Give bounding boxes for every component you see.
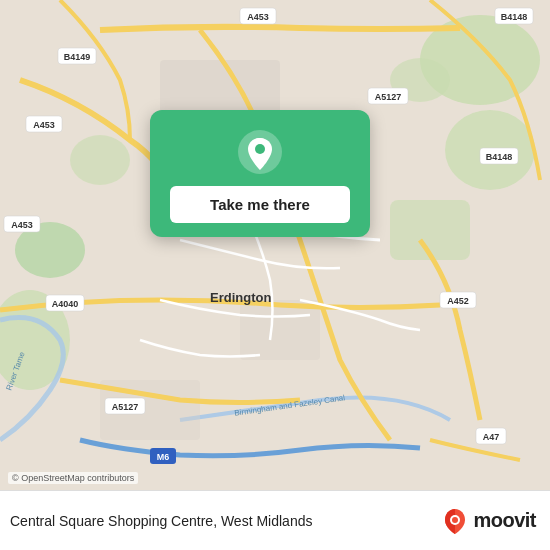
moovit-brand-text: moovit (473, 509, 536, 532)
moovit-logo: moovit (441, 507, 536, 535)
svg-text:B4149: B4149 (64, 52, 91, 62)
moovit-pin-icon (441, 507, 469, 535)
svg-point-39 (255, 144, 265, 154)
svg-text:A453: A453 (11, 220, 33, 230)
svg-text:B4148: B4148 (486, 152, 513, 162)
svg-text:B4148: B4148 (501, 12, 528, 22)
svg-point-4 (70, 135, 130, 185)
osm-attribution: © OpenStreetMap contributors (8, 472, 138, 484)
svg-text:A453: A453 (33, 120, 55, 130)
location-text: Central Square Shopping Centre, West Mid… (10, 513, 441, 529)
svg-text:A5127: A5127 (375, 92, 402, 102)
take-me-there-button[interactable]: Take me there (170, 186, 350, 223)
svg-text:A452: A452 (447, 296, 469, 306)
svg-text:A4040: A4040 (52, 299, 79, 309)
map-svg: B4149 A453 B4148 A453 A5127 B4148 A453 A… (0, 0, 550, 490)
svg-text:A5127: A5127 (112, 402, 139, 412)
location-pin-icon (236, 128, 284, 176)
map-container: B4149 A453 B4148 A453 A5127 B4148 A453 A… (0, 0, 550, 490)
card-overlay: Take me there (150, 110, 370, 237)
bottom-bar: Central Square Shopping Centre, West Mid… (0, 490, 550, 550)
svg-rect-9 (240, 300, 320, 360)
svg-text:A47: A47 (483, 432, 500, 442)
svg-point-41 (452, 517, 458, 523)
svg-text:M6: M6 (157, 452, 170, 462)
svg-text:A453: A453 (247, 12, 269, 22)
